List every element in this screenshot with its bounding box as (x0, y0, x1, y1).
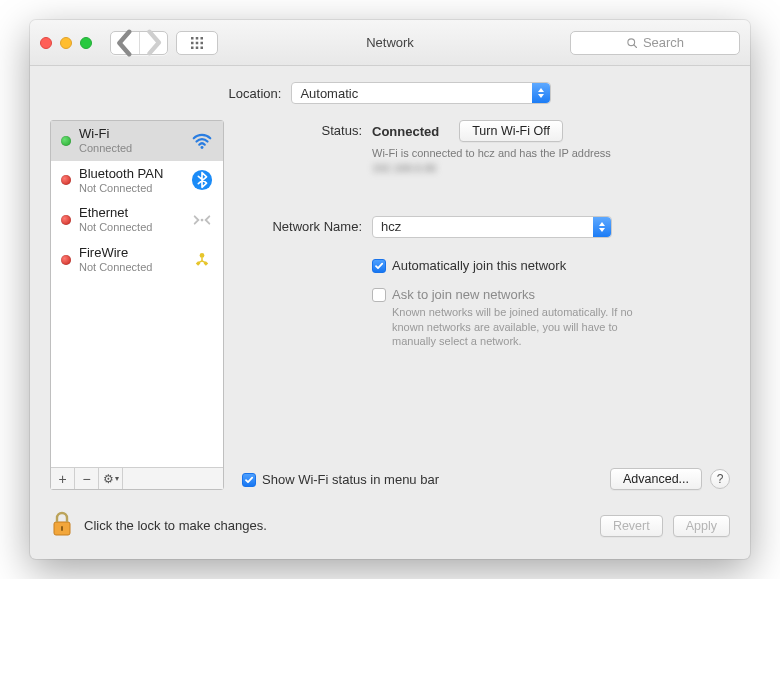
status-value: Connected (372, 124, 439, 139)
minimize-button[interactable] (60, 37, 72, 49)
apply-button[interactable]: Apply (673, 515, 730, 537)
wifi-icon (189, 130, 215, 152)
sidebar-footer: + − ⚙︎ ▾ (51, 467, 223, 489)
ip-address-redacted: 192.168.0.00 (372, 161, 436, 176)
network-name-label: Network Name: (242, 216, 372, 234)
back-button[interactable] (111, 32, 139, 54)
turn-wifi-off-button[interactable]: Turn Wi-Fi Off (459, 120, 563, 142)
status-dot-icon (61, 215, 71, 225)
menu-bar-row: Show Wi-Fi status in menu bar Advanced..… (242, 468, 730, 490)
svg-rect-7 (196, 46, 199, 49)
advanced-button[interactable]: Advanced... (610, 468, 702, 490)
network-name-row: Network Name: hcz (242, 216, 730, 238)
svg-rect-8 (201, 46, 204, 49)
svg-rect-21 (61, 526, 63, 531)
checkbox-unchecked-icon (372, 288, 386, 302)
remove-service-button[interactable]: − (75, 468, 99, 489)
svg-line-19 (202, 260, 206, 262)
service-name: FireWire (79, 246, 181, 261)
show-menubar-label: Show Wi-Fi status in menu bar (262, 472, 439, 487)
bluetooth-icon (189, 169, 215, 191)
sidebar-item-wifi[interactable]: Wi-Fi Connected (51, 121, 223, 161)
sidebar-item-ethernet[interactable]: Ethernet Not Connected (51, 200, 223, 240)
help-button[interactable]: ? (710, 469, 730, 489)
lock-icon[interactable] (50, 510, 74, 541)
chevron-down-icon: ▾ (115, 474, 119, 483)
status-description: Wi-Fi is connected to hcz and has the IP… (372, 146, 632, 176)
status-row: Status: Connected Turn Wi-Fi Off Wi-Fi i… (242, 120, 730, 176)
nav-back-forward (110, 31, 168, 55)
checkbox-checked-icon (372, 259, 386, 273)
status-dot-icon (61, 136, 71, 146)
titlebar: Network Search (30, 20, 750, 66)
select-arrows-icon (532, 83, 550, 103)
svg-line-18 (198, 260, 202, 262)
service-name: Bluetooth PAN (79, 167, 181, 182)
lock-footer: Click the lock to make changes. Revert A… (50, 510, 730, 541)
svg-point-11 (201, 146, 204, 149)
svg-line-10 (634, 44, 637, 47)
svg-point-14 (200, 253, 205, 258)
service-name: Wi-Fi (79, 127, 181, 142)
service-status: Connected (79, 142, 181, 155)
location-label: Location: (229, 86, 282, 101)
zoom-button[interactable] (80, 37, 92, 49)
show-all-button[interactable] (176, 31, 218, 55)
window-controls (40, 37, 92, 49)
network-name-value: hcz (381, 219, 401, 234)
sidebar-item-bluetooth[interactable]: Bluetooth PAN Not Connected (51, 161, 223, 201)
status-label: Status: (242, 120, 372, 138)
search-placeholder: Search (643, 35, 684, 50)
svg-rect-5 (201, 41, 204, 44)
svg-rect-4 (196, 41, 199, 44)
ask-join-checkbox[interactable]: Ask to join new networks (372, 287, 730, 302)
lock-text: Click the lock to make changes. (84, 518, 267, 533)
detail-pane: Status: Connected Turn Wi-Fi Off Wi-Fi i… (242, 120, 730, 490)
service-list: Wi-Fi Connected Bluetooth PAN Not Connec… (51, 121, 223, 467)
status-dot-icon (61, 175, 71, 185)
svg-rect-6 (191, 46, 194, 49)
auto-join-checkbox[interactable]: Automatically join this network (372, 258, 730, 273)
svg-rect-1 (196, 37, 199, 40)
ethernet-icon (189, 209, 215, 231)
svg-point-13 (201, 219, 204, 222)
service-status: Not Connected (79, 261, 181, 274)
status-dot-icon (61, 255, 71, 265)
gear-icon: ⚙︎ (103, 472, 114, 486)
add-service-button[interactable]: + (51, 468, 75, 489)
network-preferences-window: Network Search Location: Automatic Wi (30, 20, 750, 559)
service-actions-button[interactable]: ⚙︎ ▾ (99, 468, 123, 489)
search-icon (626, 37, 638, 49)
ask-join-hint: Known networks will be joined automatica… (392, 305, 652, 350)
svg-rect-2 (201, 37, 204, 40)
close-button[interactable] (40, 37, 52, 49)
checkbox-checked-icon (242, 473, 256, 487)
content-area: Location: Automatic Wi-Fi Connected (30, 66, 750, 559)
svg-rect-0 (191, 37, 194, 40)
svg-rect-3 (191, 41, 194, 44)
network-name-select[interactable]: hcz (372, 216, 612, 238)
service-status: Not Connected (79, 221, 181, 234)
select-arrows-icon (593, 217, 611, 237)
service-status: Not Connected (79, 182, 181, 195)
search-field[interactable]: Search (570, 31, 740, 55)
service-sidebar: Wi-Fi Connected Bluetooth PAN Not Connec… (50, 120, 224, 490)
sidebar-item-firewire[interactable]: FireWire Not Connected (51, 240, 223, 280)
location-row: Location: Automatic (50, 82, 730, 104)
location-select[interactable]: Automatic (291, 82, 551, 104)
revert-button[interactable]: Revert (600, 515, 663, 537)
service-name: Ethernet (79, 206, 181, 221)
ask-join-label: Ask to join new networks (392, 287, 535, 302)
location-value: Automatic (300, 86, 358, 101)
forward-button[interactable] (139, 32, 167, 54)
firewire-icon (189, 249, 215, 271)
show-menubar-checkbox[interactable]: Show Wi-Fi status in menu bar (242, 472, 439, 487)
auto-join-label: Automatically join this network (392, 258, 566, 273)
